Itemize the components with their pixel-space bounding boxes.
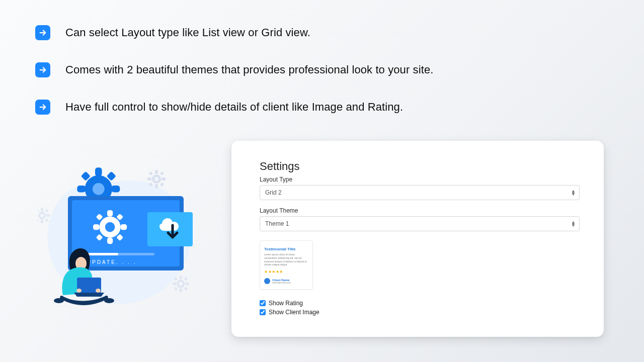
bullet-text: Have full control to show/hide details o… [65, 101, 403, 114]
illustration-update-label: UPDATE. . . . [87, 259, 136, 265]
svg-point-60 [179, 282, 183, 286]
layout-theme-label: Layout Theme [260, 207, 580, 214]
svg-rect-15 [38, 209, 39, 213]
svg-rect-24 [111, 186, 120, 193]
svg-rect-16 [45, 209, 48, 213]
arrow-right-icon [35, 25, 50, 40]
svg-point-29 [93, 183, 105, 195]
svg-rect-11 [41, 208, 43, 211]
svg-rect-21 [95, 167, 102, 176]
svg-rect-2 [155, 184, 158, 188]
avatar-icon [264, 278, 270, 284]
svg-point-46 [54, 298, 64, 303]
show-rating-checkbox[interactable] [260, 300, 266, 306]
preview-stars: ★★★★★ [264, 269, 308, 274]
settings-heading: Settings [260, 160, 580, 173]
svg-rect-1 [155, 170, 158, 174]
bullet-text: Comes with 2 beautiful themes that provi… [65, 63, 433, 76]
svg-rect-6 [160, 171, 164, 175]
svg-rect-58 [174, 287, 178, 291]
show-rating-label: Show Rating [269, 300, 303, 307]
arrow-right-icon [35, 62, 50, 77]
svg-rect-52 [180, 276, 182, 279]
preview-title: Testimonial Title [264, 247, 308, 251]
testimonial-preview-card: Testimonial Title Lorem ipsum dolor sit … [260, 240, 313, 290]
layout-type-label: Layout Type [260, 176, 580, 183]
svg-rect-18 [45, 218, 48, 222]
settings-illustration: UPDATE. . . . [38, 166, 204, 317]
preview-client-email: client@mail.com [272, 282, 291, 284]
field-layout-theme: Layout Theme Theme 1 ▲▼ [260, 207, 580, 231]
svg-rect-4 [162, 177, 166, 180]
svg-point-49 [76, 289, 82, 293]
show-client-image-checkbox[interactable] [260, 309, 266, 315]
svg-rect-59 [184, 287, 188, 291]
svg-rect-57 [184, 277, 188, 281]
svg-rect-17 [38, 218, 39, 222]
svg-rect-3 [147, 177, 151, 180]
svg-point-50 [96, 289, 101, 293]
layout-type-select[interactable]: Grid 2 [260, 185, 580, 200]
svg-rect-8 [160, 183, 164, 187]
settings-panel: Settings Layout Type Grid 2 ▲▼ Layout Th… [231, 141, 604, 337]
svg-rect-36 [121, 224, 127, 230]
field-layout-type: Layout Type Grid 2 ▲▼ [260, 176, 580, 200]
svg-rect-55 [185, 283, 189, 285]
svg-rect-23 [77, 186, 86, 193]
feature-bullet-list: Can select Layout type like List view or… [35, 25, 433, 115]
svg-rect-53 [180, 288, 182, 292]
check-show-client-image[interactable]: Show Client Image [260, 309, 580, 316]
svg-point-47 [104, 298, 114, 303]
svg-rect-33 [107, 210, 113, 217]
svg-rect-12 [41, 220, 43, 223]
svg-point-41 [105, 222, 115, 232]
check-show-rating[interactable]: Show Rating [260, 300, 580, 307]
layout-theme-select[interactable]: Theme 1 [260, 216, 580, 231]
svg-point-9 [154, 177, 158, 181]
preview-body: Lorem ipsum dolor sit amet, consectetur … [264, 253, 308, 266]
svg-rect-35 [93, 224, 100, 230]
preview-client: Client Name client@mail.com [264, 278, 308, 284]
svg-point-19 [40, 214, 44, 217]
bullet-text: Can select Layout type like List view or… [65, 26, 310, 39]
feature-bullet: Have full control to show/hide details o… [35, 100, 433, 115]
show-client-image-label: Show Client Image [269, 309, 319, 316]
feature-bullet: Can select Layout type like List view or… [35, 25, 433, 40]
svg-rect-5 [149, 171, 153, 175]
svg-rect-34 [107, 238, 113, 244]
svg-rect-14 [46, 214, 50, 217]
svg-rect-54 [173, 283, 176, 285]
feature-bullet: Comes with 2 beautiful themes that provi… [35, 62, 433, 77]
arrow-right-icon [35, 100, 50, 115]
